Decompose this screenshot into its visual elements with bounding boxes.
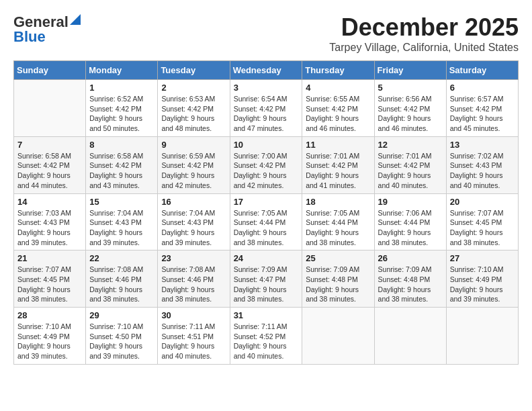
day-of-week-header: Saturday (446, 61, 518, 80)
day-number: 28 (17, 310, 82, 320)
day-info: Sunrise: 7:00 AMSunset: 4:42 PMDaylight:… (234, 151, 299, 191)
day-info: Sunrise: 7:10 AMSunset: 4:49 PMDaylight:… (450, 265, 515, 304)
calendar-cell: 29Sunrise: 7:10 AMSunset: 4:50 PMDayligh… (86, 308, 158, 365)
day-info: Sunrise: 6:55 AMSunset: 4:42 PMDaylight:… (306, 94, 370, 134)
day-info: Sunrise: 7:08 AMSunset: 4:46 PMDaylight:… (161, 265, 226, 304)
day-number: 29 (89, 310, 154, 320)
day-number: 6 (450, 83, 515, 93)
day-info: Sunrise: 7:09 AMSunset: 4:48 PMDaylight:… (306, 265, 370, 304)
day-of-week-header: Friday (374, 61, 446, 80)
day-info: Sunrise: 7:10 AMSunset: 4:49 PMDaylight:… (17, 322, 82, 361)
day-info: Sunrise: 7:08 AMSunset: 4:46 PMDaylight:… (89, 265, 154, 304)
calendar-cell: 8Sunrise: 6:58 AMSunset: 4:42 PMDaylight… (86, 136, 158, 193)
calendar-week-row: 28Sunrise: 7:10 AMSunset: 4:49 PMDayligh… (14, 308, 519, 365)
calendar-cell (302, 308, 374, 365)
day-of-week-header: Thursday (302, 61, 374, 80)
day-info: Sunrise: 6:58 AMSunset: 4:42 PMDaylight:… (17, 151, 82, 191)
calendar-week-row: 14Sunrise: 7:03 AMSunset: 4:43 PMDayligh… (14, 193, 519, 250)
day-info: Sunrise: 6:57 AMSunset: 4:42 PMDaylight:… (450, 94, 515, 134)
calendar-week-row: 21Sunrise: 7:07 AMSunset: 4:45 PMDayligh… (14, 250, 519, 308)
day-info: Sunrise: 7:11 AMSunset: 4:52 PMDaylight:… (234, 322, 299, 361)
calendar-cell (446, 308, 518, 365)
day-number: 23 (161, 253, 226, 263)
day-number: 19 (378, 197, 443, 207)
calendar-cell: 17Sunrise: 7:05 AMSunset: 4:44 PMDayligh… (230, 193, 302, 250)
day-info: Sunrise: 6:56 AMSunset: 4:42 PMDaylight:… (378, 94, 443, 134)
day-number: 10 (234, 140, 299, 150)
day-number: 26 (378, 253, 443, 263)
calendar-cell: 4Sunrise: 6:55 AMSunset: 4:42 PMDaylight… (302, 80, 374, 137)
day-number: 18 (306, 197, 370, 207)
calendar-cell: 23Sunrise: 7:08 AMSunset: 4:46 PMDayligh… (158, 250, 230, 308)
location-title: Tarpey Village, California, United State… (329, 42, 519, 54)
day-number: 24 (234, 253, 299, 263)
calendar-cell: 13Sunrise: 7:02 AMSunset: 4:43 PMDayligh… (446, 136, 518, 193)
title-block: December 2025 Tarpey Village, California… (329, 13, 519, 54)
calendar-cell: 10Sunrise: 7:00 AMSunset: 4:42 PMDayligh… (230, 136, 302, 193)
day-info: Sunrise: 6:59 AMSunset: 4:42 PMDaylight:… (161, 151, 226, 191)
day-number: 14 (17, 197, 82, 207)
day-number: 4 (306, 83, 370, 93)
day-info: Sunrise: 7:02 AMSunset: 4:43 PMDaylight:… (450, 151, 515, 191)
calendar-cell: 2Sunrise: 6:53 AMSunset: 4:42 PMDaylight… (158, 80, 230, 137)
calendar-body: 1Sunrise: 6:52 AMSunset: 4:42 PMDaylight… (14, 80, 519, 365)
calendar-cell (14, 80, 86, 137)
calendar-cell: 16Sunrise: 7:04 AMSunset: 4:43 PMDayligh… (158, 193, 230, 250)
day-number: 13 (450, 140, 515, 150)
day-info: Sunrise: 7:07 AMSunset: 4:45 PMDaylight:… (450, 208, 515, 248)
day-number: 16 (161, 197, 226, 207)
day-info: Sunrise: 6:58 AMSunset: 4:42 PMDaylight:… (89, 151, 154, 191)
calendar-cell: 14Sunrise: 7:03 AMSunset: 4:43 PMDayligh… (14, 193, 86, 250)
day-info: Sunrise: 7:09 AMSunset: 4:47 PMDaylight:… (234, 265, 299, 304)
calendar-cell: 18Sunrise: 7:05 AMSunset: 4:44 PMDayligh… (302, 193, 374, 250)
day-info: Sunrise: 7:01 AMSunset: 4:42 PMDaylight:… (378, 151, 443, 191)
day-number: 25 (306, 253, 370, 263)
day-number: 8 (89, 140, 154, 150)
svg-marker-0 (70, 14, 81, 25)
calendar-cell: 31Sunrise: 7:11 AMSunset: 4:52 PMDayligh… (230, 308, 302, 365)
calendar-cell: 11Sunrise: 7:01 AMSunset: 4:42 PMDayligh… (302, 136, 374, 193)
day-number: 12 (378, 140, 443, 150)
calendar-cell: 24Sunrise: 7:09 AMSunset: 4:47 PMDayligh… (230, 250, 302, 308)
page-header: General Blue December 2025 Tarpey Villag… (13, 13, 519, 54)
day-number: 15 (89, 197, 154, 207)
calendar-cell: 20Sunrise: 7:07 AMSunset: 4:45 PMDayligh… (446, 193, 518, 250)
calendar-cell: 21Sunrise: 7:07 AMSunset: 4:45 PMDayligh… (14, 250, 86, 308)
calendar-cell: 5Sunrise: 6:56 AMSunset: 4:42 PMDaylight… (374, 80, 446, 137)
day-info: Sunrise: 7:10 AMSunset: 4:50 PMDaylight:… (89, 322, 154, 361)
day-info: Sunrise: 7:04 AMSunset: 4:43 PMDaylight:… (89, 208, 154, 248)
day-number: 11 (306, 140, 370, 150)
calendar-cell: 25Sunrise: 7:09 AMSunset: 4:48 PMDayligh… (302, 250, 374, 308)
day-info: Sunrise: 7:01 AMSunset: 4:42 PMDaylight:… (306, 151, 370, 191)
day-number: 9 (161, 140, 226, 150)
day-info: Sunrise: 7:04 AMSunset: 4:43 PMDaylight:… (161, 208, 226, 248)
calendar-cell (374, 308, 446, 365)
day-info: Sunrise: 6:52 AMSunset: 4:42 PMDaylight:… (89, 94, 154, 134)
day-info: Sunrise: 7:05 AMSunset: 4:44 PMDaylight:… (306, 208, 370, 248)
calendar-cell: 9Sunrise: 6:59 AMSunset: 4:42 PMDaylight… (158, 136, 230, 193)
month-title: December 2025 (329, 13, 519, 42)
calendar-header-row: SundayMondayTuesdayWednesdayThursdayFrid… (14, 61, 519, 80)
calendar-cell: 12Sunrise: 7:01 AMSunset: 4:42 PMDayligh… (374, 136, 446, 193)
day-of-week-header: Monday (86, 61, 158, 80)
day-info: Sunrise: 7:06 AMSunset: 4:44 PMDaylight:… (378, 208, 443, 248)
day-number: 7 (17, 140, 82, 150)
day-number: 3 (234, 83, 299, 93)
day-number: 30 (161, 310, 226, 320)
day-of-week-header: Tuesday (158, 61, 230, 80)
calendar-cell: 30Sunrise: 7:11 AMSunset: 4:51 PMDayligh… (158, 308, 230, 365)
day-number: 27 (450, 253, 515, 263)
calendar-table: SundayMondayTuesdayWednesdayThursdayFrid… (13, 60, 519, 365)
day-info: Sunrise: 7:03 AMSunset: 4:43 PMDaylight:… (17, 208, 82, 248)
day-number: 22 (89, 253, 154, 263)
calendar-week-row: 7Sunrise: 6:58 AMSunset: 4:42 PMDaylight… (14, 136, 519, 193)
day-info: Sunrise: 7:05 AMSunset: 4:44 PMDaylight:… (234, 208, 299, 248)
day-number: 5 (378, 83, 443, 93)
day-of-week-header: Wednesday (230, 61, 302, 80)
day-info: Sunrise: 7:09 AMSunset: 4:48 PMDaylight:… (378, 265, 443, 304)
calendar-cell: 6Sunrise: 6:57 AMSunset: 4:42 PMDaylight… (446, 80, 518, 137)
day-info: Sunrise: 7:11 AMSunset: 4:51 PMDaylight:… (161, 322, 226, 361)
calendar-cell: 15Sunrise: 7:04 AMSunset: 4:43 PMDayligh… (86, 193, 158, 250)
calendar-cell: 28Sunrise: 7:10 AMSunset: 4:49 PMDayligh… (14, 308, 86, 365)
calendar-cell: 7Sunrise: 6:58 AMSunset: 4:42 PMDaylight… (14, 136, 86, 193)
